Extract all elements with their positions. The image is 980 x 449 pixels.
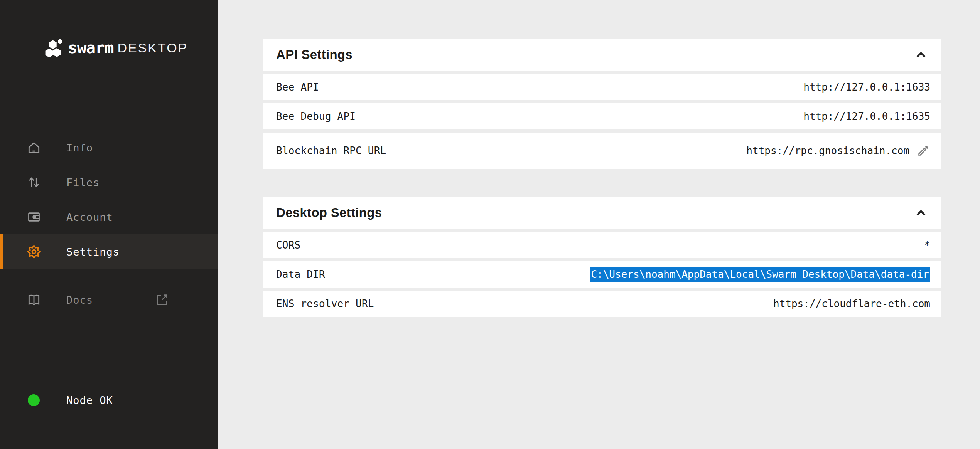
api-settings-header[interactable]: API Settings [263, 39, 941, 71]
setting-row-bee-api: Bee API http://127.0.0.1:1633 [263, 74, 941, 100]
status-label: Node OK [66, 394, 113, 406]
sidebar-item-files[interactable]: Files [0, 165, 218, 200]
section-title: Desktop Settings [276, 205, 382, 220]
setting-value-selected: C:\Users\noahm\AppData\Local\Swarm Deskt… [590, 267, 930, 282]
setting-row-blockchain-rpc-url: Blockchain RPC URL https://rpc.gnosischa… [263, 133, 941, 169]
sidebar-item-docs[interactable]: Docs [0, 283, 218, 317]
sidebar-item-settings[interactable]: Settings [0, 234, 218, 269]
setting-label: CORS [276, 239, 300, 251]
setting-value: https://rpc.gnosischain.com [746, 145, 909, 156]
pencil-icon [917, 144, 930, 157]
sidebar-nav: Info Files Account [0, 130, 218, 269]
status-dot-icon [28, 394, 40, 406]
sidebar-item-label: Files [66, 177, 100, 188]
desktop-settings-header[interactable]: Desktop Settings [263, 197, 941, 229]
setting-row-data-dir: Data DIR C:\Users\noahm\AppData\Local\Sw… [263, 261, 941, 288]
setting-label: Blockchain RPC URL [276, 145, 386, 156]
home-icon [26, 140, 42, 155]
section-title: API Settings [276, 47, 353, 62]
setting-row-cors: CORS * [263, 232, 941, 258]
setting-row-ens-resolver-url: ENS resolver URL https://cloudflare-eth.… [263, 291, 941, 317]
setting-label: Bee Debug API [276, 111, 356, 122]
setting-value: https://cloudflare-eth.com [773, 298, 930, 309]
gear-icon [26, 244, 42, 259]
setting-value: http://127.0.0.1:1633 [803, 81, 930, 93]
setting-row-bee-debug-api: Bee Debug API http://127.0.0.1:1635 [263, 103, 941, 129]
sidebar-item-label: Docs [66, 294, 93, 306]
external-link-icon [154, 292, 170, 308]
book-icon [26, 292, 42, 308]
setting-label: ENS resolver URL [276, 298, 374, 309]
collapse-chevron-icon[interactable] [915, 209, 927, 217]
app-logo: swarm DESKTOP [45, 38, 188, 58]
wallet-icon [26, 209, 42, 225]
desktop-settings-card: Desktop Settings CORS * Data DIR C:\User… [263, 197, 941, 317]
collapse-chevron-icon[interactable] [915, 50, 927, 59]
edit-button[interactable] [916, 144, 930, 158]
transfer-icon [26, 175, 42, 190]
node-status: Node OK [0, 389, 218, 411]
sidebar-item-account[interactable]: Account [0, 200, 218, 234]
sidebar-item-label: Settings [66, 246, 120, 258]
brand-desktop: DESKTOP [117, 40, 188, 55]
setting-value: http://127.0.0.1:1635 [803, 111, 930, 122]
setting-label: Data DIR [276, 269, 325, 280]
api-settings-card: API Settings Bee API http://127.0.0.1:16… [263, 39, 941, 169]
settings-page: API Settings Bee API http://127.0.0.1:16… [263, 39, 941, 317]
sidebar: swarm DESKTOP Info Files [0, 0, 218, 449]
sidebar-item-info[interactable]: Info [0, 130, 218, 165]
sidebar-item-label: Account [66, 211, 113, 223]
brand-name: swarm [68, 39, 113, 57]
setting-label: Bee API [276, 81, 319, 93]
swarm-logo-icon [45, 38, 64, 58]
setting-value-group: https://rpc.gnosischain.com [746, 144, 930, 158]
sidebar-item-label: Info [66, 142, 93, 154]
setting-value: * [924, 239, 930, 251]
